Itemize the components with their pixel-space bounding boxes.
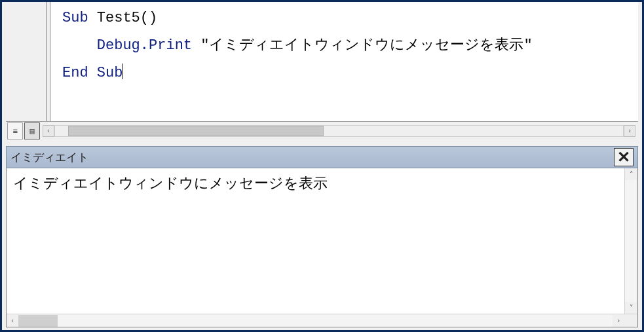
immediate-vscroll-track[interactable]	[625, 180, 637, 302]
code-hscroll-thumb[interactable]	[68, 126, 324, 136]
immediate-horizontal-scrollbar[interactable]: ‹ ›	[7, 314, 637, 327]
scroll-up-icon[interactable]: ˄	[625, 168, 637, 180]
immediate-titlebar[interactable]: イミディエイト ✕	[6, 146, 638, 168]
view-full-module-button[interactable]: ▤	[24, 122, 40, 139]
immediate-title: イミディエイト	[10, 150, 614, 165]
scroll-right-icon[interactable]: ›	[613, 315, 624, 327]
code-bottom-bar: ≡ ▤ ‹ ›	[6, 121, 638, 139]
close-icon: ✕	[617, 149, 630, 165]
code-margin	[6, 2, 47, 121]
scrollbar-corner	[624, 315, 637, 327]
vbe-window: Sub Test5() Debug.Print "イミディエイトウィンドウにメッ…	[0, 0, 644, 332]
immediate-hscroll-thumb[interactable]	[18, 315, 58, 327]
scroll-right-icon[interactable]: ›	[624, 125, 635, 137]
scroll-left-icon[interactable]: ‹	[43, 125, 54, 137]
code-pane: Sub Test5() Debug.Print "イミディエイトウィンドウにメッ…	[2, 2, 642, 139]
keyword-sub: Sub	[62, 10, 88, 26]
scroll-down-icon[interactable]: ˅	[625, 302, 637, 314]
immediate-output[interactable]: イミディエイトウィンドウにメッセージを表示	[7, 168, 624, 314]
text-caret	[123, 64, 123, 79]
code-host: Sub Test5() Debug.Print "イミディエイトウィンドウにメッ…	[6, 2, 638, 121]
immediate-hscroll-track[interactable]	[18, 315, 613, 327]
string-literal: "イミディエイトウィンドウにメッセージを表示"	[192, 37, 533, 54]
keyword-end-sub: End Sub	[62, 65, 123, 81]
view-procedure-button[interactable]: ≡	[7, 122, 23, 139]
close-button[interactable]: ✕	[614, 148, 634, 166]
immediate-body: イミディエイトウィンドウにメッセージを表示 ˄ ˅ ‹ ›	[6, 168, 638, 327]
immediate-vertical-scrollbar[interactable]: ˄ ˅	[624, 168, 637, 314]
code-editor[interactable]: Sub Test5() Debug.Print "イミディエイトウィンドウにメッ…	[50, 2, 638, 121]
immediate-window: イミディエイト ✕ イミディエイトウィンドウにメッセージを表示 ˄ ˅ ‹ ›	[6, 146, 638, 327]
sub-name: Test5()	[88, 10, 158, 26]
code-horizontal-scrollbar[interactable]: ‹ ›	[43, 122, 635, 139]
code-hscroll-track[interactable]	[54, 125, 624, 137]
keyword-debug-print: Debug.Print	[97, 37, 192, 54]
scroll-left-icon[interactable]: ‹	[7, 315, 18, 327]
